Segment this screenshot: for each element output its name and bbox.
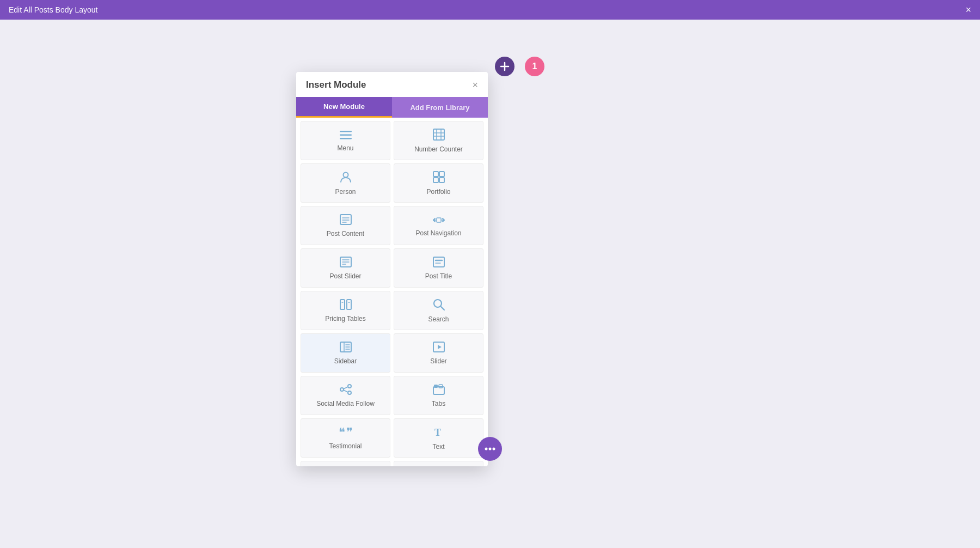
module-item-social-media-follow[interactable]: Social Media Follow	[301, 376, 390, 415]
svg-point-57	[489, 448, 492, 450]
module-post-content-label: Post Content	[327, 230, 364, 238]
module-grid-container: Menu Number Counter	[296, 118, 488, 466]
module-item-sidebar[interactable]: Sidebar	[301, 333, 390, 373]
svg-rect-5	[433, 129, 444, 140]
svg-text:❝: ❝	[339, 427, 345, 437]
module-number-counter-label: Number Counter	[414, 145, 463, 153]
menu-icon	[340, 130, 352, 141]
module-item-text[interactable]: T Text	[394, 418, 483, 458]
insert-module-modal: Insert Module × New Module Add From Libr…	[296, 72, 488, 466]
social-media-follow-icon	[340, 384, 352, 397]
module-item-number-counter[interactable]: Number Counter	[394, 121, 483, 160]
module-item-tabs[interactable]: Tabs	[394, 376, 483, 415]
module-item-menu[interactable]: Menu	[301, 121, 390, 160]
sidebar-icon	[340, 342, 352, 354]
svg-point-58	[493, 448, 495, 450]
module-item-video[interactable]: Video	[394, 461, 483, 466]
svg-rect-24	[433, 257, 444, 267]
svg-rect-12	[439, 172, 444, 176]
module-item-post-slider[interactable]: Post Slider	[301, 248, 390, 288]
svg-line-32	[440, 307, 444, 310]
plus-circle-button[interactable]	[495, 57, 514, 76]
module-sidebar-label: Sidebar	[334, 357, 357, 365]
module-item-post-navigation[interactable]: Post Navigation	[394, 206, 483, 245]
module-person-label: Person	[335, 188, 356, 196]
page-background: 1 2 Insert Module × New Module Add From …	[0, 20, 980, 548]
module-item-toggle[interactable]: Toggle	[301, 461, 390, 466]
portfolio-icon	[433, 171, 445, 185]
module-post-title-label: Post Title	[425, 272, 452, 280]
plus-icon	[500, 62, 510, 71]
module-portfolio-label: Portfolio	[426, 188, 450, 196]
text-icon: T	[433, 426, 445, 440]
module-post-navigation-label: Post Navigation	[415, 229, 461, 237]
module-item-post-title[interactable]: Post Title	[394, 248, 483, 288]
module-text-label: Text	[432, 443, 444, 450]
svg-line-44	[344, 390, 348, 392]
pricing-tables-icon	[340, 299, 352, 312]
module-slider-label: Slider	[430, 357, 447, 365]
svg-text:T: T	[434, 427, 441, 438]
slider-icon	[433, 342, 445, 354]
module-item-testimonial[interactable]: ❝ ❞ Testimonial	[301, 418, 390, 458]
module-social-media-follow-label: Social Media Follow	[316, 400, 375, 407]
title-bar-close-button[interactable]: ×	[965, 5, 971, 15]
svg-rect-15	[340, 215, 351, 224]
module-item-slider[interactable]: Slider	[394, 333, 483, 373]
svg-marker-39	[438, 345, 442, 349]
person-icon	[340, 171, 352, 185]
title-bar: Edit All Posts Body Layout ×	[0, 0, 980, 20]
module-pricing-tables-label: Pricing Tables	[325, 315, 365, 322]
svg-line-43	[344, 387, 348, 389]
search-icon	[433, 299, 445, 312]
svg-point-40	[340, 388, 344, 391]
tabs-icon	[433, 384, 445, 397]
title-bar-text: Edit All Posts Body Layout	[9, 5, 97, 14]
module-item-search[interactable]: Search	[394, 291, 483, 330]
svg-text:❞: ❞	[346, 427, 353, 437]
step-badge-1: 1	[525, 57, 544, 76]
svg-rect-3	[340, 134, 352, 136]
modal-header: Insert Module ×	[296, 72, 488, 90]
svg-point-56	[485, 448, 488, 450]
svg-rect-28	[347, 300, 351, 309]
dots-icon	[485, 443, 495, 454]
svg-rect-2	[340, 131, 352, 132]
module-item-portfolio[interactable]: Portfolio	[394, 163, 483, 203]
modal-title: Insert Module	[306, 80, 366, 90]
svg-rect-13	[433, 178, 438, 182]
svg-rect-46	[434, 385, 438, 388]
module-grid: Menu Number Counter	[296, 118, 488, 466]
svg-rect-4	[340, 138, 352, 139]
module-testimonial-label: Testimonial	[329, 442, 362, 450]
testimonial-icon: ❝ ❞	[339, 427, 353, 439]
svg-rect-14	[439, 178, 444, 182]
module-post-slider-label: Post Slider	[329, 272, 361, 280]
post-title-icon	[433, 257, 445, 269]
modal-close-button[interactable]: ×	[472, 80, 478, 90]
module-item-person[interactable]: Person	[301, 163, 390, 203]
tab-new-module[interactable]: New Module	[296, 97, 392, 118]
module-item-pricing-tables[interactable]: Pricing Tables	[301, 291, 390, 330]
module-menu-label: Menu	[337, 144, 353, 152]
number-counter-icon	[433, 129, 445, 142]
tab-add-from-library[interactable]: Add From Library	[392, 97, 488, 118]
modal-tabs: New Module Add From Library	[296, 97, 488, 118]
svg-point-42	[348, 391, 351, 394]
dots-button[interactable]	[478, 437, 502, 461]
module-tabs-label: Tabs	[432, 400, 445, 407]
post-slider-icon	[340, 257, 352, 269]
svg-point-10	[343, 173, 348, 178]
svg-point-41	[348, 385, 351, 388]
module-item-post-content[interactable]: Post Content	[301, 206, 390, 245]
module-search-label: Search	[428, 315, 449, 323]
post-navigation-icon	[432, 215, 445, 226]
svg-rect-19	[437, 218, 441, 222]
svg-rect-11	[433, 172, 438, 176]
svg-rect-27	[340, 300, 345, 309]
post-content-icon	[340, 214, 352, 227]
